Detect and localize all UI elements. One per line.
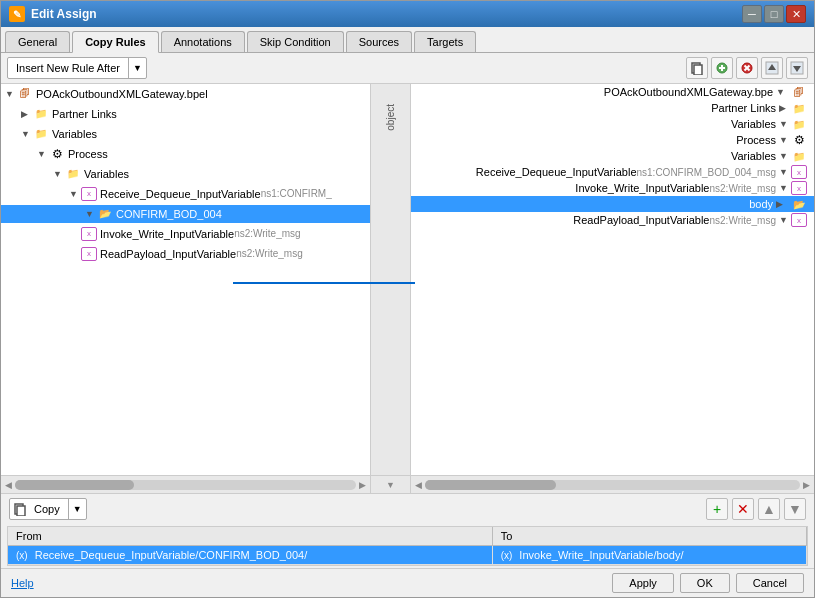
folder-icon: 📁	[791, 117, 807, 131]
right-tree-node[interactable]: Partner Links ▶ 📁	[411, 100, 814, 116]
down-action-icon[interactable]: ▼	[784, 498, 806, 520]
tab-targets[interactable]: Targets	[414, 31, 476, 52]
right-tree-pane[interactable]: POAckOutboundXMLGateway.bpe ▼ 🗐 Partner …	[411, 84, 814, 475]
right-tree-node[interactable]: POAckOutboundXMLGateway.bpe ▼ 🗐	[411, 84, 814, 100]
tabs-bar: General Copy Rules Annotations Skip Cond…	[1, 27, 814, 53]
object-label: object	[385, 104, 396, 131]
table-cell-from: (x) Receive_Dequeue_InputVariable/CONFIR…	[8, 546, 492, 565]
window-title: Edit Assign	[31, 7, 97, 21]
table-row[interactable]: (x) Receive_Dequeue_InputVariable/CONFIR…	[8, 546, 807, 565]
node-label: Process	[68, 146, 108, 162]
from-icon: (x)	[16, 550, 28, 561]
tab-skip-condition[interactable]: Skip Condition	[247, 31, 344, 52]
expand-icon: ▼	[37, 146, 49, 162]
node-label: ReadPayload_InputVariable	[100, 246, 236, 262]
process-icon: ⚙	[49, 147, 65, 161]
maximize-button[interactable]: □	[764, 5, 784, 23]
from-value: Receive_Dequeue_InputVariable/CONFIRM_BO…	[35, 549, 308, 561]
left-tree-pane[interactable]: ▼ 🗐 POAckOutboundXMLGateway.bpel ▶ 📁 Par…	[1, 84, 371, 475]
tree-row-vars1[interactable]: ▼ 📁 Variables	[1, 125, 370, 143]
tree-panes: ▼ 🗐 POAckOutboundXMLGateway.bpel ▶ 📁 Par…	[1, 84, 814, 475]
node-suffix: ns2:Write_msg	[236, 246, 303, 262]
tab-general[interactable]: General	[5, 31, 70, 52]
right-tree-node[interactable]: Invoke_Write_InputVariable ns2:Write_msg…	[411, 180, 814, 196]
tree-row-invoke[interactable]: x Invoke_Write_InputVariable ns2:Write_m…	[1, 225, 370, 243]
minimize-button[interactable]: ─	[742, 5, 762, 23]
center-scroll-area: ▼	[371, 476, 411, 493]
expand-icon: ▼	[69, 186, 81, 202]
status-bar: Help Apply OK Cancel	[1, 568, 814, 597]
tree-row-partnerlinks[interactable]: ▶ 📁 Partner Links	[1, 105, 370, 123]
right-tree-node[interactable]: Process ▼ ⚙	[411, 132, 814, 148]
tab-copy-rules[interactable]: Copy Rules	[72, 31, 159, 53]
copy-button[interactable]: Copy ▼	[9, 498, 87, 520]
main-content: ▼ 🗐 POAckOutboundXMLGateway.bpel ▶ 📁 Par…	[1, 84, 814, 568]
toolbar-btn-2[interactable]	[711, 57, 733, 79]
right-tree-node[interactable]: Variables ▼ 📁	[411, 148, 814, 164]
node-label: Receive_Dequeue_InputVariable	[476, 166, 637, 178]
add-action-icon[interactable]: +	[706, 498, 728, 520]
insert-dropdown-arrow[interactable]: ▼	[128, 58, 146, 78]
scroll-bars: ◀ ▶ ▼ ◀ ▶	[1, 475, 814, 493]
expand-icon: ▶	[776, 199, 788, 209]
title-bar: ✎ Edit Assign ─ □ ✕	[1, 1, 814, 27]
expand-icon: ▼	[779, 119, 791, 129]
toolbar-btn-3[interactable]	[736, 57, 758, 79]
up-action-icon[interactable]: ▲	[758, 498, 780, 520]
tree-node: x Invoke_Write_InputVariable ns2:Write_m…	[1, 224, 370, 244]
tree-row-bpel[interactable]: ▼ 🗐 POAckOutboundXMLGateway.bpel	[1, 85, 370, 103]
center-divider: object	[371, 84, 411, 475]
help-link[interactable]: Help	[11, 577, 34, 589]
toolbar-btn-4[interactable]	[761, 57, 783, 79]
table-header-from: From	[8, 527, 492, 546]
expand-icon: ▼	[5, 86, 17, 102]
folder-icon: 📁	[791, 149, 807, 163]
node-label: Receive_Dequeue_InputVariable	[100, 186, 261, 202]
node-suffix: ns2:Write_msg	[709, 215, 776, 226]
toolbar-btn-5[interactable]	[786, 57, 808, 79]
node-label: Variables	[731, 150, 776, 162]
toolbar-icons	[686, 57, 808, 79]
expand-icon: ▼	[779, 167, 791, 177]
right-tree-node[interactable]: Variables ▼ 📁	[411, 116, 814, 132]
insert-dropdown[interactable]: Insert New Rule After ▼	[7, 57, 147, 79]
table-cell-to: (x) Invoke_Write_InputVariable/body/	[492, 546, 806, 565]
svg-rect-1	[694, 65, 702, 75]
tree-node: ▶ 📁 Partner Links	[1, 104, 370, 124]
left-scrollbar[interactable]: ◀ ▶	[1, 476, 371, 493]
file-icon: 🗐	[17, 87, 33, 101]
ok-button[interactable]: OK	[680, 573, 730, 593]
to-value: Invoke_Write_InputVariable/body/	[519, 549, 683, 561]
tab-sources[interactable]: Sources	[346, 31, 412, 52]
right-scrollbar[interactable]: ◀ ▶	[411, 476, 814, 493]
tree-row-readpayload[interactable]: x ReadPayload_InputVariable ns2:Write_ms…	[1, 245, 370, 263]
tree-row-confirm[interactable]: ▼ 📂 CONFIRM_BOD_004	[1, 205, 370, 223]
copy-table-wrapper: From To (x) Receive_Dequeue_InputVariabl…	[7, 526, 808, 566]
delete-action-icon[interactable]: ✕	[732, 498, 754, 520]
right-tree-node[interactable]: ReadPayload_InputVariable ns2:Write_msg …	[411, 212, 814, 228]
tree-row-receive[interactable]: ▼ x Receive_Dequeue_InputVariable ns1:CO…	[1, 185, 370, 203]
tree-row-vars2[interactable]: ▼ 📁 Variables	[1, 165, 370, 183]
expand-icon: ▼	[779, 183, 791, 193]
title-bar-controls: ─ □ ✕	[742, 5, 806, 23]
node-label: Invoke_Write_InputVariable	[575, 182, 709, 194]
node-label: Variables	[731, 118, 776, 130]
expand-icon: ▼	[53, 166, 65, 182]
right-tree-node-selected[interactable]: body ▶ 📂	[411, 196, 814, 212]
main-toolbar: Insert New Rule After ▼	[1, 53, 814, 84]
folder-icon: 📁	[65, 167, 81, 181]
copy-button-arrow[interactable]: ▼	[68, 499, 86, 519]
tab-annotations[interactable]: Annotations	[161, 31, 245, 52]
tree-node: ▼ 📁 Variables	[1, 124, 370, 144]
tree-row-process[interactable]: ▼ ⚙ Process	[1, 145, 370, 163]
folder-icon: 📁	[33, 127, 49, 141]
cancel-button[interactable]: Cancel	[736, 573, 804, 593]
close-button[interactable]: ✕	[786, 5, 806, 23]
tree-node: ▼ ⚙ Process	[1, 144, 370, 164]
var-icon: x	[81, 227, 97, 241]
apply-button[interactable]: Apply	[612, 573, 674, 593]
expand-icon: ▼	[779, 135, 791, 145]
window-icon: ✎	[9, 6, 25, 22]
right-tree-node[interactable]: Receive_Dequeue_InputVariable ns1:CONFIR…	[411, 164, 814, 180]
toolbar-btn-1[interactable]	[686, 57, 708, 79]
